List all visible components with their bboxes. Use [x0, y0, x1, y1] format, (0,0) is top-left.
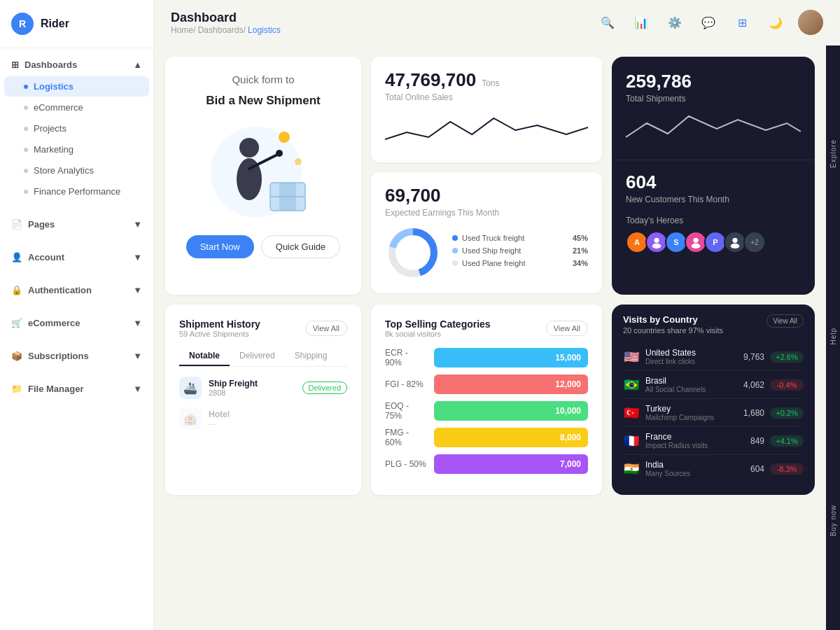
bar-row-plg: PLG - 50% 7,000 [385, 454, 588, 474]
country-row-br: 🇧🇷 Brasil All Social Channels 4,062 -0.4… [623, 371, 804, 399]
top-selling-subtitle: 8k social visitors [385, 330, 491, 338]
top-selling-view-all-button[interactable]: View All [546, 321, 588, 336]
grid-icon[interactable]: ⊞ [731, 11, 753, 34]
country-row-us: 🇺🇸 United States Direct link clicks 9,76… [623, 343, 804, 371]
new-customers-value: 604 [626, 172, 801, 193]
promo-title: Quick form to [232, 74, 294, 85]
ship-dot [452, 248, 458, 253]
sidebar-item-ecommerce[interactable]: eCommerce [4, 97, 149, 118]
eoq-bar: 10,000 [434, 401, 588, 421]
app-logo[interactable]: R Rider [0, 0, 153, 48]
header-actions: 🔍 📊 ⚙️ 💬 ⊞ 🌙 [596, 10, 823, 35]
page-header: Dashboard Home/ Dashboards/ Logistics 🔍 … [154, 0, 840, 46]
subscriptions-label: Subscriptions [28, 351, 89, 361]
fmg-label: FMG - 60% [385, 428, 427, 447]
sidebar-item-logistics[interactable]: Logistics [4, 76, 149, 97]
visits-subtitle: 20 countries share 97% visits [623, 326, 723, 335]
dashboards-section: ⊞ Dashboards ▲ Logistics eCommerce Proje… [0, 48, 153, 208]
help-label[interactable]: Help [830, 328, 837, 345]
tab-shipping[interactable]: Shipping [285, 346, 337, 366]
truck-dot [452, 235, 458, 241]
fgi-bar: 12,000 [434, 374, 588, 394]
svg-point-17 [692, 244, 701, 248]
dashboards-label: Dashboards [24, 59, 77, 70]
dashboards-group[interactable]: ⊞ Dashboards ▲ [0, 54, 153, 76]
sidebar-item-projects-label: Projects [34, 123, 66, 134]
total-shipments-value: 259,786 [626, 71, 801, 92]
plg-bar: 7,000 [434, 454, 588, 474]
sidebar-item-marketing-label: Marketing [34, 144, 74, 155]
settings-icon[interactable]: ⚙️ [664, 11, 686, 34]
search-icon[interactable]: 🔍 [596, 11, 619, 34]
ship-name: Ship Freight [209, 379, 295, 388]
sidebar-item-marketing[interactable]: Marketing [4, 139, 149, 160]
breadcrumb-home: Home/ [171, 25, 198, 35]
br-visits: 4,062 [736, 380, 764, 390]
buy-now-label[interactable]: Buy now [830, 505, 837, 536]
country-row-tr: 🇹🇷 Turkey Mailchimp Campaigns 1,680 +0.2… [623, 399, 804, 427]
svg-point-14 [654, 238, 659, 243]
auth-group[interactable]: 🔒 Authentication ▼ [0, 279, 153, 301]
quick-guide-button[interactable]: Quick Guide [261, 235, 341, 258]
start-now-button[interactable]: Start Now [186, 235, 254, 258]
shipment-title-area: Shipment History 59 Active Shipments [179, 318, 260, 338]
pages-group[interactable]: 📄 Pages ▼ [0, 214, 153, 235]
theme-icon[interactable]: 🌙 [764, 11, 787, 34]
chevron-down-icon: ▼ [133, 384, 142, 394]
tr-source: Mailchimp Campaigns [645, 414, 731, 421]
total-sales-value: 47,769,700 [385, 69, 476, 91]
promo-subtitle: Bid a New Shipment [206, 94, 320, 108]
in-flag: 🇮🇳 [623, 461, 640, 477]
account-group[interactable]: 👤 Account ▼ [0, 246, 153, 268]
in-source: Many Sources [645, 470, 731, 477]
shipment-view-all-button[interactable]: View All [305, 321, 347, 336]
dot [24, 169, 28, 173]
sidebar-item-finance-performance[interactable]: Finance Performance [4, 181, 149, 202]
ship-freight-icon: 🚢 [179, 377, 202, 399]
pages-label: Pages [28, 219, 55, 230]
user-avatar[interactable] [798, 10, 823, 35]
pages-section: 📄 Pages ▼ [0, 208, 153, 241]
bar-row-ecr: ECR - 90% 15,000 [385, 348, 588, 368]
todays-heroes: Today's Heroes A S P [612, 213, 815, 265]
country-row-in: 🇮🇳 India Many Sources 604 -8.3% [623, 455, 804, 482]
analytics-icon[interactable]: 📊 [630, 11, 652, 34]
in-change: -8.3% [770, 463, 804, 475]
chevron-up-icon: ▲ [133, 59, 142, 70]
dot [24, 190, 28, 194]
file-manager-group[interactable]: 📁 File Manager ▼ [0, 378, 153, 400]
svg-point-16 [693, 238, 698, 243]
main-area: Dashboard Home/ Dashboards/ Logistics 🔍 … [154, 0, 840, 630]
chat-icon[interactable]: 💬 [697, 11, 720, 34]
country-row-fr: 🇫🇷 France Impact Radius visits 849 +4.1% [623, 427, 804, 455]
visits-view-all-button[interactable]: View All [766, 314, 804, 328]
fr-visits: 849 [736, 436, 764, 446]
total-sales-unit: Tons [482, 78, 499, 88]
shipment-history-title: Shipment History [179, 318, 260, 330]
ship-freight-info: Ship Freight 2808 [209, 379, 295, 397]
plane-freight-legend: Used Plane freight 34% [452, 259, 588, 267]
sidebar-item-projects[interactable]: Projects [4, 118, 149, 139]
fmg-bar: 8,000 [434, 428, 588, 447]
svg-point-1 [279, 132, 290, 143]
chevron-down-icon: ▼ [133, 219, 142, 230]
top-selling-bars: ECR - 90% 15,000 FGI - 82% 12,000 [385, 348, 588, 474]
subscriptions-group[interactable]: 📦 Subscriptions ▼ [0, 345, 153, 367]
visits-header: Visits by Country 20 countries share 97%… [623, 314, 804, 335]
ecommerce-group[interactable]: 🛒 eCommerce ▼ [0, 312, 153, 334]
hotel-info: Hotel — [209, 410, 347, 428]
sidebar-item-store-analytics[interactable]: Store Analytics [4, 160, 149, 181]
tab-notable[interactable]: Notable [179, 346, 230, 366]
chevron-down-icon: ▼ [133, 285, 142, 295]
freight-donut [385, 225, 441, 281]
tr-visits: 1,680 [736, 408, 764, 418]
tr-info: Turkey Mailchimp Campaigns [645, 404, 731, 421]
fmg-value: 8,000 [560, 433, 581, 442]
file-manager-icon: 📁 [11, 384, 22, 394]
us-visits: 9,763 [736, 352, 764, 362]
promo-illustration [200, 116, 326, 221]
explore-label[interactable]: Explore [830, 139, 837, 168]
earnings-value: 69,700 [385, 185, 588, 206]
tab-delivered[interactable]: Delivered [230, 346, 285, 366]
svg-point-19 [731, 244, 740, 248]
